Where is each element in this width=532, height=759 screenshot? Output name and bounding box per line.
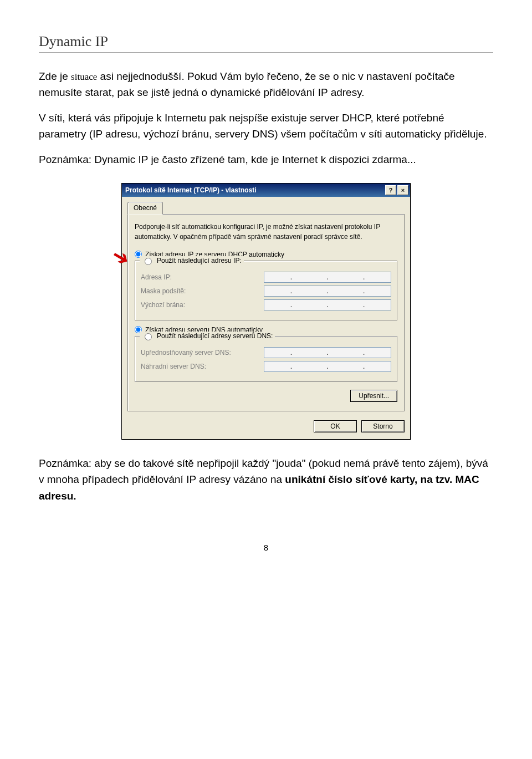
input-alternate-dns[interactable]: ... bbox=[264, 361, 391, 372]
label-preferred-dns: Upřednostňovaný server DNS: bbox=[141, 349, 231, 356]
row-ip-address: Adresa IP: ... bbox=[141, 272, 391, 283]
label-gateway: Výchozí brána: bbox=[141, 301, 185, 309]
row-alternate-dns: Náhradní server DNS: ... bbox=[141, 361, 391, 372]
row-preferred-dns: Upřednostňovaný server DNS: ... bbox=[141, 347, 391, 358]
input-subnet-mask[interactable]: ... bbox=[264, 286, 391, 297]
label-ip-address: Adresa IP: bbox=[141, 273, 172, 281]
intro-paragraph-2: V síti, která vás připojuje k Internetu … bbox=[39, 110, 493, 142]
radio-manual-ip[interactable] bbox=[145, 258, 152, 265]
radio-manual-dns[interactable] bbox=[145, 333, 152, 340]
help-button[interactable]: ? bbox=[385, 185, 396, 195]
input-preferred-dns[interactable]: ... bbox=[264, 347, 391, 358]
advanced-button[interactable]: Upřesnit... bbox=[350, 390, 397, 402]
fieldset-manual-ip: Použít následující adresu IP: Adresa IP:… bbox=[135, 261, 397, 320]
ok-button[interactable]: OK bbox=[314, 420, 357, 432]
dialog-description: Podporuje-li síť automatickou konfigurac… bbox=[135, 222, 397, 242]
row-subnet-mask: Maska podsítě: ... bbox=[141, 286, 391, 297]
page-number: 8 bbox=[39, 543, 493, 552]
tab-strip: Obecné bbox=[127, 202, 405, 215]
note-paragraph-2: Poznámka: aby se do takové sítě nepřipoj… bbox=[39, 455, 493, 504]
titlebar-text: Protokol sítě Internet (TCP/IP) - vlastn… bbox=[125, 186, 384, 194]
page-title: Dynamic IP bbox=[39, 33, 493, 53]
label-alternate-dns: Náhradní server DNS: bbox=[141, 363, 206, 370]
close-button[interactable]: × bbox=[397, 185, 408, 195]
cancel-button[interactable]: Storno bbox=[361, 420, 405, 432]
input-gateway[interactable]: ... bbox=[264, 299, 391, 310]
tab-general[interactable]: Obecné bbox=[127, 202, 163, 215]
text-situace: situace bbox=[71, 72, 97, 82]
row-gateway: Výchozí brána: ... bbox=[141, 299, 391, 310]
radio-manual-ip-label: Použít následující adresu IP: bbox=[157, 257, 242, 264]
arrow-icon: ➔ bbox=[109, 244, 133, 270]
label-subnet-mask: Maska podsítě: bbox=[141, 287, 186, 295]
text: asi nejjednodušší. Pokud Vám bylo řečeno… bbox=[39, 70, 455, 98]
note-paragraph-1: Poznámka: Dynamic IP je často zřízené ta… bbox=[39, 151, 493, 167]
titlebar: Protokol sítě Internet (TCP/IP) - vlastn… bbox=[122, 184, 410, 197]
tab-pane-general: Podporuje-li síť automatickou konfigurac… bbox=[127, 214, 405, 411]
tcpip-properties-dialog: Protokol sítě Internet (TCP/IP) - vlastn… bbox=[121, 183, 411, 440]
intro-paragraph-1: Zde je situace asi nejjednodušší. Pokud … bbox=[39, 68, 493, 101]
text: Zde je bbox=[39, 70, 71, 82]
input-ip-address[interactable]: ... bbox=[264, 272, 391, 283]
dialog-screenshot: Protokol sítě Internet (TCP/IP) - vlastn… bbox=[39, 183, 493, 440]
radio-manual-dns-label: Použít následující adresy serverů DNS: bbox=[157, 332, 273, 340]
fieldset-manual-dns: Použít následující adresy serverů DNS: U… bbox=[135, 336, 397, 382]
